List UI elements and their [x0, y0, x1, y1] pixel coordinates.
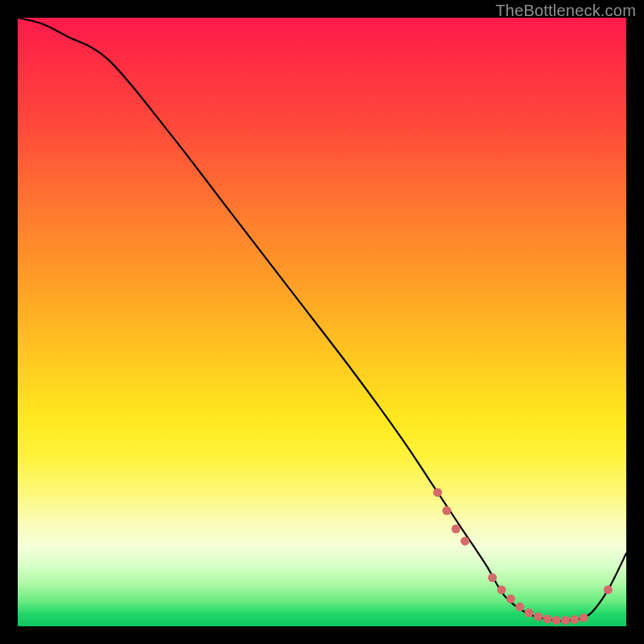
marker-dot	[543, 614, 551, 623]
highlighted-marker-group	[433, 488, 613, 625]
marker-dot	[433, 488, 442, 497]
marker-dot	[497, 585, 506, 594]
marker-dot	[552, 616, 561, 625]
chart-svg	[18, 18, 626, 626]
chart-frame: TheBottleneck.com	[0, 0, 644, 644]
plot-area	[18, 18, 626, 626]
marker-dot	[561, 616, 570, 625]
marker-dot	[442, 506, 451, 515]
marker-dot	[570, 615, 579, 624]
marker-dot	[604, 585, 613, 594]
marker-dot	[515, 602, 524, 611]
marker-dot	[580, 613, 588, 622]
marker-dot	[534, 612, 543, 621]
marker-dot	[525, 609, 534, 617]
marker-dot	[488, 573, 497, 582]
bottleneck-curve-line	[18, 18, 626, 621]
marker-dot	[452, 525, 460, 534]
marker-dot	[506, 594, 515, 603]
marker-dot	[460, 537, 469, 546]
